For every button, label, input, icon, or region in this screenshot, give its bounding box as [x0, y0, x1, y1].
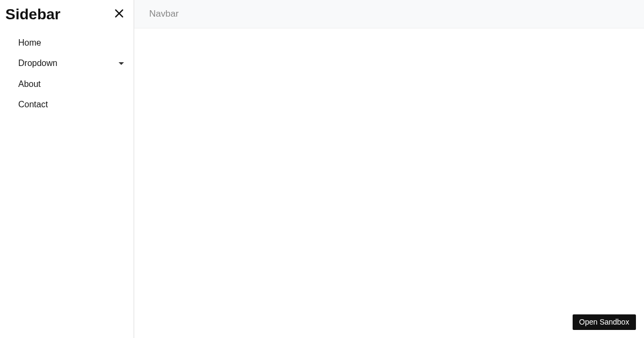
sidebar-nav: Home Dropdown About Contact	[0, 28, 134, 120]
sidebar-item-label: Home	[18, 37, 41, 49]
sidebar-title: Sidebar	[5, 6, 61, 23]
sidebar-item-contact[interactable]: Contact	[0, 94, 134, 115]
sidebar-item-label: Contact	[18, 99, 48, 111]
caret-down-icon	[119, 62, 124, 65]
close-sidebar-button[interactable]	[111, 5, 127, 23]
main-area: Navbar Open Sandbox	[134, 0, 644, 338]
open-sandbox-button[interactable]: Open Sandbox	[573, 314, 636, 330]
navbar-brand[interactable]: Navbar	[149, 9, 179, 19]
sidebar: Sidebar Home Dropdown About Contact	[0, 0, 134, 338]
main-content	[134, 28, 644, 338]
sidebar-item-label: About	[18, 78, 41, 90]
sidebar-header: Sidebar	[0, 0, 134, 28]
sidebar-item-label: Dropdown	[18, 57, 57, 69]
sidebar-item-dropdown[interactable]: Dropdown	[0, 53, 134, 74]
sidebar-item-home[interactable]: Home	[0, 33, 134, 53]
close-icon	[113, 8, 125, 21]
sidebar-item-about[interactable]: About	[0, 74, 134, 94]
navbar: Navbar	[134, 0, 644, 28]
